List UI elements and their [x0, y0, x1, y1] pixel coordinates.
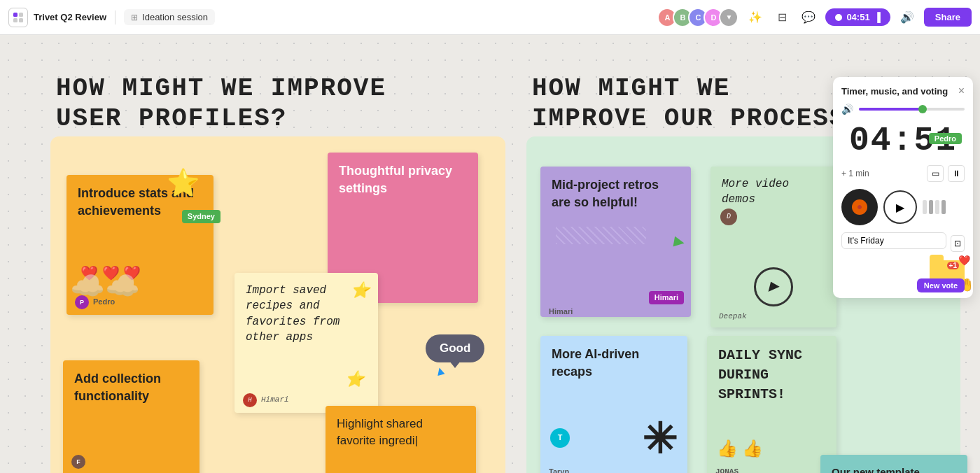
star-small-2: ⭐ [345, 370, 364, 392]
project-name: Trivet Q2 Review [34, 12, 106, 22]
play-button[interactable]: ▶ [754, 267, 793, 306]
sticky-import-recipes[interactable]: Import saved recipes and favorites from … [234, 273, 378, 413]
himari-avatar-import: H [243, 393, 257, 407]
grid-icon[interactable]: ⊟ [772, 8, 792, 27]
himari-name-import: Himari [261, 395, 289, 405]
pedro-label-panel: Pedro [929, 133, 962, 144]
sticky-text-mid-project: Mid-project retros are so helpful! [552, 178, 659, 209]
chat-icon[interactable]: 💬 [799, 8, 818, 27]
svg-rect-0 [13, 13, 18, 17]
sydney-label: Sydney [182, 210, 220, 223]
wave-dot-1 [923, 200, 927, 214]
author-himari-retro: Himari [549, 306, 573, 317]
cursor-green-arrow: ▶ [673, 232, 685, 251]
timer-panel-header: Timer, music, and voting × [841, 85, 965, 97]
svg-rect-1 [19, 13, 23, 17]
canvas-area: HOW MIGHT WE IMPROVE USER PROFILES? HOW … [0, 35, 980, 473]
music-play-button[interactable]: ▶ [883, 190, 917, 224]
tab-icon: ⊞ [131, 13, 138, 22]
sticky-mid-project[interactable]: Mid-project retros are so helpful! Himar… [540, 167, 691, 317]
star-decoration: ⭐ [167, 164, 200, 202]
timer-value: 04:51 [846, 12, 869, 22]
volume-thumb [918, 105, 927, 113]
sticky-text-ai: More AI-driven recaps [552, 347, 639, 379]
vinyl-label [852, 199, 867, 215]
svg-rect-3 [19, 18, 23, 22]
active-tab[interactable]: ⊞ Ideation session [124, 9, 215, 25]
collaborator-avatars: A B C D ▼ [657, 8, 738, 27]
music-select-row: It's Friday ⊡ [841, 232, 965, 255]
heading1-line1: HOW MIGHT WE IMPROVE [56, 73, 386, 104]
app-logo[interactable] [8, 8, 28, 27]
timer-panel-title: Timer, music, and voting [841, 86, 948, 97]
wave-dot-2 [929, 200, 933, 214]
new-vote-button[interactable]: New vote [917, 278, 965, 292]
bubble-tail [449, 361, 461, 368]
sticky-text-template: Our new template structure is [832, 466, 920, 473]
timer-controls: + 1 min ▭ ⏸ [841, 165, 965, 182]
cloud-decoration: ☁️☁️ [70, 269, 140, 302]
timer-panel: Timer, music, and voting × 🔊 Pedro 04:51… [833, 77, 973, 298]
thumbs-up-2: 👍 [742, 438, 763, 462]
sticky-ai-recaps[interactable]: More AI-driven recaps ✳ T Taryn [540, 336, 687, 473]
volume-fill [859, 108, 923, 111]
sticky-daily-sync[interactable]: DAILY SYNC DURING SPRINTS! 👍 👍 Jonas [707, 336, 836, 473]
heading2-line1: HOW MIGHT WE [532, 73, 862, 104]
timer-square-button[interactable]: ▭ [927, 165, 944, 182]
avatar-more[interactable]: ▼ [719, 8, 738, 27]
himari-retro-name: Himari [549, 306, 573, 317]
sticky-text-highlight: Highlight shared favorite ingredi| [337, 417, 423, 447]
author-deepak-video: Deepak [719, 311, 747, 322]
wave-dot-3 [935, 200, 939, 214]
good-label: Good [440, 341, 470, 355]
svg-rect-2 [13, 18, 18, 22]
author-fiona: F [71, 455, 85, 469]
volume-icon-top[interactable]: 🔊 [897, 8, 917, 27]
timer-dot [835, 14, 842, 21]
volume-bar[interactable] [859, 108, 965, 111]
timer-close-button[interactable]: × [958, 85, 965, 97]
heading1-line2: USER PROFILES? [56, 104, 386, 134]
topbar: Trivet Q2 Review ⊞ Ideation session A B … [0, 0, 980, 35]
sparkle-icon[interactable]: ✨ [746, 8, 765, 27]
taryn-avatar: T [550, 428, 570, 448]
music-track-select[interactable]: It's Friday [841, 232, 946, 249]
sticky-video-demos[interactable]: More video demos ▶ D Deepak [710, 167, 836, 327]
heart-emoji: ❤️ [958, 255, 970, 266]
vinyl-disc [841, 189, 878, 225]
wave-dot-4 [941, 200, 946, 214]
timer-pause-button[interactable]: ⏸ [948, 165, 965, 182]
sticky-text-privacy: Thoughtful privacy settings [339, 164, 452, 195]
expand-btn[interactable]: ⊡ [951, 235, 965, 252]
himari-label: Himari [649, 291, 684, 304]
sticky-text-collection: Add collection functionality [74, 372, 161, 403]
thumbs-up-1: 👍 [717, 438, 738, 462]
sticky-text-import: Import saved recipes and favorites from … [246, 284, 340, 344]
timer-bar-icon: ▐ [874, 12, 881, 22]
topbar-divider [115, 10, 115, 24]
author-himari-import: H Himari [243, 393, 289, 407]
sticky-add-collection[interactable]: Add collection functionality F Fiona Dee… [63, 360, 200, 473]
jonas-name: Jonas [715, 467, 738, 473]
deepak-name-video: Deepak [719, 311, 747, 322]
deepak-avatar-video: D [720, 209, 737, 225]
sticky-new-template[interactable]: Our new template structure is [820, 455, 967, 473]
sticky-highlight-shared[interactable]: Highlight shared favorite ingredi| [326, 406, 476, 473]
timer-button[interactable]: 04:51 ▐ [825, 8, 890, 26]
author-jonas: Jonas [715, 467, 738, 473]
volume-icon: 🔊 [841, 104, 853, 115]
share-button[interactable]: Share [924, 8, 972, 27]
new-vote-area: ❤️ 🤚 +1 New vote [841, 260, 965, 290]
music-player: ▶ [841, 189, 965, 225]
heading-improve-process: HOW MIGHT WE IMPROVE OUR PROCESS? [532, 73, 862, 134]
sticky-text-video: More video demos [722, 178, 789, 206]
author-taryn: Taryn [549, 467, 569, 473]
tab-label: Ideation session [142, 12, 208, 22]
taryn-name: Taryn [549, 467, 569, 473]
timer-control-buttons: ▭ ⏸ [927, 165, 965, 182]
good-bubble: Good [426, 334, 484, 362]
star-small-1: ⭐ [351, 281, 370, 303]
add-minute-button[interactable]: + 1 min [841, 169, 869, 178]
heading-user-profiles: HOW MIGHT WE IMPROVE USER PROFILES? [56, 73, 386, 134]
topbar-left: Trivet Q2 Review ⊞ Ideation session [8, 8, 215, 27]
